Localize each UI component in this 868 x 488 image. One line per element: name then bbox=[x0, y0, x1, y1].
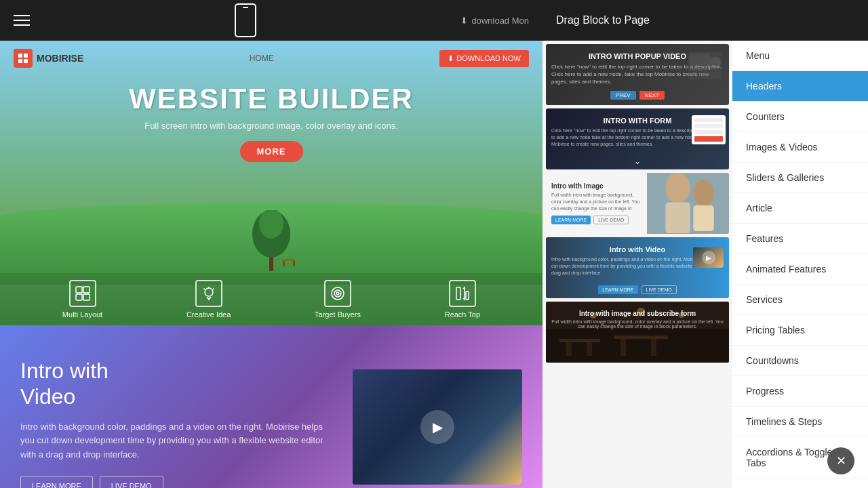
category-sliders-galleries[interactable]: Sliders & Galleries bbox=[732, 163, 868, 193]
feature-4-label: Reach Top bbox=[445, 310, 480, 319]
category-info[interactable]: Info bbox=[732, 479, 868, 488]
feature-1-label: Multi Layout bbox=[62, 310, 102, 319]
thumb-4-btn2[interactable]: LIVE DEMO bbox=[642, 285, 677, 294]
block-thumbnail-popup-video[interactable]: INTRO WITH POPUP VIDEO Click here "now" … bbox=[546, 44, 729, 105]
thumb-3-btn2[interactable]: LIVE DEMO bbox=[593, 216, 629, 224]
thumb-2-overlay: INTRO WITH FORM Click here "now" to edit… bbox=[546, 108, 729, 169]
category-animated-features[interactable]: Animated Features bbox=[732, 254, 868, 285]
thumb-3-title: Intro with Image bbox=[551, 182, 642, 190]
thumb-4-btn1[interactable]: LEARN MORE bbox=[598, 285, 637, 294]
category-headers[interactable]: Headers bbox=[732, 71, 868, 102]
category-services[interactable]: Services bbox=[732, 285, 868, 315]
category-images-videos[interactable]: Images & Videos bbox=[732, 132, 868, 163]
thumb-2-arrow: ⌄ bbox=[634, 157, 641, 166]
drag-panel: Drag Block to Page INTRO WITH POPUP VIDE… bbox=[542, 0, 868, 488]
thumb-1-btn1[interactable]: PREV bbox=[610, 91, 636, 100]
feature-reach-top: Reach Top bbox=[445, 280, 480, 319]
top-bar: ⬇ download Mon bbox=[0, 0, 542, 41]
category-nav: Menu Headers Counters Images & Videos Sl… bbox=[732, 41, 868, 488]
feature-creative-idea: Creative Idea bbox=[186, 280, 231, 319]
download-icon-small: ⬇ bbox=[448, 54, 454, 63]
multi-layout-icon bbox=[69, 280, 96, 307]
thumb-3-content: Intro with Image Full width intro with i… bbox=[546, 173, 729, 234]
feature-target-buyers: Target Buyers bbox=[315, 280, 361, 319]
svg-point-20 bbox=[334, 290, 341, 297]
drag-panel-title: Drag Block to Page bbox=[556, 14, 650, 26]
category-pricing-tables[interactable]: Pricing Tables bbox=[732, 315, 868, 346]
hero-subtitle: Full screen intro with background image,… bbox=[14, 121, 529, 131]
svg-point-6 bbox=[259, 210, 283, 239]
svg-point-21 bbox=[336, 292, 339, 295]
close-button[interactable]: ✕ bbox=[827, 447, 854, 474]
svg-point-26 bbox=[710, 57, 721, 68]
phone-preview-toggle[interactable] bbox=[235, 3, 256, 37]
block-thumbnail-intro-form[interactable]: INTRO WITH FORM Click here "now" to edit… bbox=[546, 108, 729, 169]
svg-line-17 bbox=[213, 289, 214, 290]
feature-multi-layout: Multi Layout bbox=[62, 280, 102, 319]
video-intro-section: Intro with Video Intro with background c… bbox=[0, 325, 542, 488]
thumb-3-desc: Full width intro with image background, … bbox=[551, 192, 642, 212]
video-thumbnail[interactable]: ▶ bbox=[353, 369, 522, 485]
hero-nav: HOME bbox=[250, 54, 274, 63]
category-progress[interactable]: Progress bbox=[732, 376, 868, 407]
svg-point-14 bbox=[205, 288, 213, 296]
thumb-1-btn2[interactable]: NEXT bbox=[639, 91, 665, 100]
thumb-3-btn1[interactable]: LEARN MORE bbox=[551, 216, 591, 224]
video-description: Intro with background color, paddings an… bbox=[20, 420, 332, 462]
category-features[interactable]: Features bbox=[732, 224, 868, 254]
svg-rect-9 bbox=[293, 261, 295, 266]
learn-more-btn[interactable]: LEARN MORE bbox=[20, 476, 93, 488]
block-thumbnail-intro-image[interactable]: Intro with Image Full width intro with i… bbox=[546, 173, 729, 234]
svg-rect-12 bbox=[76, 294, 82, 300]
hero-navbar: MOBIRISE HOME ⬇ DOWNLOAD NOW bbox=[0, 41, 542, 76]
download-label: download Mon bbox=[471, 16, 529, 26]
svg-rect-31 bbox=[693, 205, 713, 231]
hamburger-menu[interactable] bbox=[14, 15, 30, 26]
svg-rect-11 bbox=[83, 287, 90, 293]
hero-logo: MOBIRISE bbox=[14, 49, 83, 68]
category-counters[interactable]: Counters bbox=[732, 102, 868, 132]
svg-line-18 bbox=[203, 289, 205, 290]
thumb-5-overlay: Intro with image and subscribe form Full… bbox=[546, 302, 729, 363]
thumb-1-actions: PREV NEXT bbox=[551, 91, 724, 100]
thumb-5-desc: Full width intro with image background, … bbox=[551, 319, 724, 329]
drag-panel-header: Drag Block to Page bbox=[542, 0, 868, 41]
feature-2-label: Creative Idea bbox=[186, 310, 231, 319]
svg-rect-2 bbox=[18, 59, 22, 63]
thumb-5-title: Intro with image and subscribe form bbox=[551, 310, 724, 317]
nav-home[interactable]: HOME bbox=[250, 54, 274, 63]
svg-rect-0 bbox=[18, 54, 22, 58]
svg-rect-29 bbox=[665, 202, 690, 233]
hero-download-label: DOWNLOAD NOW bbox=[456, 54, 521, 62]
thumb-3-image bbox=[647, 173, 730, 234]
svg-rect-3 bbox=[24, 59, 28, 63]
video-buttons: LEARN MORE LIVE DEMO bbox=[20, 476, 332, 488]
live-demo-btn[interactable]: LIVE DEMO bbox=[100, 476, 163, 488]
blocks-area: INTRO WITH POPUP VIDEO Click here "now" … bbox=[542, 41, 732, 488]
svg-point-19 bbox=[332, 287, 344, 300]
download-button[interactable]: ⬇ download Mon bbox=[460, 16, 529, 26]
thumb-3-left: Intro with Image Full width intro with i… bbox=[546, 173, 647, 234]
hero-download-btn[interactable]: ⬇ DOWNLOAD NOW bbox=[439, 50, 529, 67]
reach-top-icon bbox=[449, 280, 476, 307]
preview-content: MOBIRISE HOME ⬇ DOWNLOAD NOW WEBSITE BUI… bbox=[0, 41, 542, 488]
category-countdowns[interactable]: Countdowns bbox=[732, 346, 868, 376]
block-thumbnail-subscribe[interactable]: Intro with image and subscribe form Full… bbox=[546, 302, 729, 363]
svg-rect-10 bbox=[76, 287, 82, 293]
svg-point-28 bbox=[665, 173, 690, 203]
svg-rect-8 bbox=[283, 261, 285, 266]
svg-rect-23 bbox=[466, 291, 469, 300]
category-article[interactable]: Article bbox=[732, 193, 868, 224]
svg-point-30 bbox=[693, 180, 713, 206]
feature-3-label: Target Buyers bbox=[315, 310, 361, 319]
thumb-3-btns: LEARN MORE LIVE DEMO bbox=[551, 216, 642, 224]
hero-features: Multi Layout Creative Idea bbox=[0, 273, 542, 325]
category-menu[interactable]: Menu bbox=[732, 41, 868, 71]
hero-content: WEBSITE BUILDER Full screen intro with b… bbox=[0, 76, 542, 169]
category-timelines-steps[interactable]: Timelines & Steps bbox=[732, 407, 868, 437]
play-button[interactable]: ▶ bbox=[420, 410, 454, 444]
svg-rect-22 bbox=[456, 287, 460, 300]
hero-more-btn[interactable]: MORE bbox=[240, 141, 303, 162]
svg-rect-13 bbox=[83, 294, 90, 300]
block-thumbnail-intro-video[interactable]: Intro with Video Intro with background c… bbox=[546, 237, 729, 298]
